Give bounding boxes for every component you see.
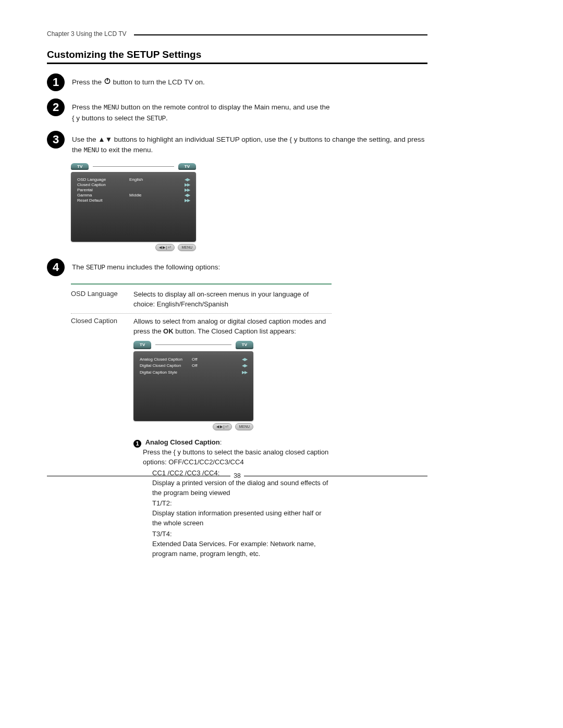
step-bullet-4: 4 <box>47 258 65 276</box>
osd-row: Reset Default▶▶ <box>77 198 190 203</box>
t34-label: T3/T4: <box>152 530 172 538</box>
page-footer: 38 <box>47 472 427 479</box>
osd-row: Digital Caption Style▶▶ <box>140 369 247 376</box>
step-4: 4 The SETUP menu includes the following … <box>47 258 427 276</box>
osd-row-value: Off <box>192 363 223 369</box>
osd-setup-screenshot: TV TV OSD LanguageEnglish◀▶Closed Captio… <box>71 163 196 251</box>
step-3-text: Use the ▲▼ buttons to highlight an indiv… <box>72 131 427 156</box>
text: to exit the menu. <box>99 146 153 154</box>
osd-body: OSD LanguageEnglish◀▶Closed Caption▶▶Par… <box>71 172 196 242</box>
step-2-text: Press the MENU button on the remote cont… <box>72 98 330 124</box>
page-header: Chapter 3 Using the LCD TV <box>47 30 427 38</box>
up-down-icon: ▲▼ <box>98 135 112 143</box>
osd-row-label: Digital Caption Style <box>140 369 192 376</box>
text: button on the remote control to display … <box>119 103 330 111</box>
step-1: 1 Press the button to turn the LCD TV on… <box>47 73 427 91</box>
osd-row: Analog Closed CaptionOff◀▶ <box>140 356 247 363</box>
osd-row-label: OSD Language <box>77 177 129 182</box>
text: menu includes the following options: <box>105 263 221 271</box>
text: buttons to highlight an individual SETUP… <box>112 135 289 143</box>
osd-row-value: Off <box>192 356 223 363</box>
option-desc: Allows to select from analog or digital … <box>133 317 332 559</box>
option-name: OSD Language <box>71 290 133 310</box>
osd-row-label: Analog Closed Caption <box>140 356 192 363</box>
text: button. The Closed Caption list appears: <box>174 327 296 335</box>
osd-row-arrow-icon: ▶▶ <box>185 198 190 203</box>
cc14-desc: Display a printed version of the dialog … <box>152 479 328 497</box>
option-name: Closed Caption <box>71 317 133 559</box>
footer-rule <box>47 476 230 476</box>
step-2: 2 Press the MENU button on the remote co… <box>47 98 427 124</box>
osd-menu-pill: MENU <box>235 423 253 430</box>
osd-row-label: Parental <box>77 188 129 192</box>
osd-row-arrow-icon: ◀▶ <box>185 177 190 182</box>
step-1-text: Press the button to turn the LCD TV on. <box>72 73 205 88</box>
osd-row: Digital Closed CaptionOff◀▶ <box>140 363 247 369</box>
options-table: OSD Language Selects to display all on-s… <box>71 287 332 563</box>
ok-key: OK <box>163 327 174 335</box>
page-title: Customizing the SETUP Settings <box>47 49 427 60</box>
section-rule <box>71 283 332 285</box>
text: . <box>166 114 168 122</box>
osd-row-arrow-icon: ◀▶ <box>242 356 247 363</box>
header-rule <box>134 34 427 35</box>
osd-menu-pill: MENU <box>178 244 196 251</box>
text: Use the <box>72 135 98 143</box>
analog-cc-heading: Analog Closed Caption <box>145 438 220 446</box>
t12-desc: Display station information presented us… <box>152 509 321 527</box>
osd-row: OSD LanguageEnglish◀▶ <box>77 177 190 182</box>
option-desc: Selects to display all on-screen menus i… <box>133 290 332 310</box>
option-closed-caption: Closed Caption Allows to select from ana… <box>71 313 332 563</box>
osd-row: Closed Caption▶▶ <box>77 182 190 187</box>
osd-tab: TV <box>236 341 253 349</box>
setup-key: SETUP <box>146 115 166 122</box>
text: The <box>72 263 86 271</box>
chapter-label: Chapter 3 Using the LCD TV <box>47 30 127 38</box>
osd-row-label: Reset Default <box>77 198 129 203</box>
arrow-keys-icon: { y <box>174 448 181 456</box>
t12-label: T1/T2: <box>152 499 172 507</box>
menu-key: MENU <box>104 104 119 112</box>
osd-row-arrow-icon: ▶▶ <box>242 369 247 376</box>
osd-tab: TV <box>178 163 196 170</box>
text: buttons to select the <box>80 114 146 122</box>
osd-row-arrow-icon: ▶▶ <box>185 182 190 187</box>
option-osd-language: OSD Language Selects to display all on-s… <box>71 287 332 314</box>
osd-tab: TV <box>133 341 151 349</box>
osd-body: Analog Closed CaptionOff◀▶Digital Closed… <box>133 351 253 421</box>
osd-row-arrow-icon: ◀▶ <box>242 363 247 369</box>
osd-row-value: Middle <box>129 193 161 198</box>
step-bullet-2: 2 <box>47 98 65 116</box>
osd-row-label: Gamma <box>77 193 129 198</box>
arrow-keys-icon: { y <box>290 135 298 143</box>
step-bullet-3: 3 <box>47 131 65 149</box>
power-icon <box>104 77 111 88</box>
step-4-text: The SETUP menu includes the following op… <box>72 258 220 273</box>
text: Press the <box>72 103 104 111</box>
osd-row-arrow-icon: ◀▶ <box>185 193 190 198</box>
osd-row-label: Closed Caption <box>77 182 129 187</box>
setup-key: SETUP <box>86 264 105 272</box>
osd-row-value: English <box>129 177 161 182</box>
t34-desc: Extended Data Services. For example: Net… <box>152 540 316 558</box>
menu-key: MENU <box>84 146 99 154</box>
osd-cc-screenshot: TV TV Analog Closed CaptionOff◀▶Digital … <box>133 341 253 430</box>
osd-nav-pill: ◀ ▶ | ⏎ <box>213 423 232 430</box>
title-rule <box>47 63 427 64</box>
osd-row-label: Digital Closed Caption <box>140 363 192 369</box>
osd-row-arrow-icon: ▶▶ <box>185 188 190 192</box>
osd-row: GammaMiddle◀▶ <box>77 193 190 198</box>
sub-bullet-1: 1 <box>133 440 141 448</box>
footer-rule <box>244 476 427 476</box>
text: Press the <box>143 448 174 456</box>
step-3: 3 Use the ▲▼ buttons to highlight an ind… <box>47 131 427 156</box>
osd-row: Parental▶▶ <box>77 188 190 192</box>
text: Press the <box>72 78 104 86</box>
analog-cc-section: 1 Analog Closed Caption: Press the { y b… <box>133 438 332 559</box>
page-number: 38 <box>230 472 243 479</box>
osd-tab: TV <box>71 163 89 170</box>
osd-nav-pill: ◀ ▶ | ⏎ <box>155 244 175 251</box>
arrow-keys-icon: { y <box>72 114 80 122</box>
text: button to turn the LCD TV on. <box>113 78 205 86</box>
step-bullet-1: 1 <box>47 73 65 91</box>
